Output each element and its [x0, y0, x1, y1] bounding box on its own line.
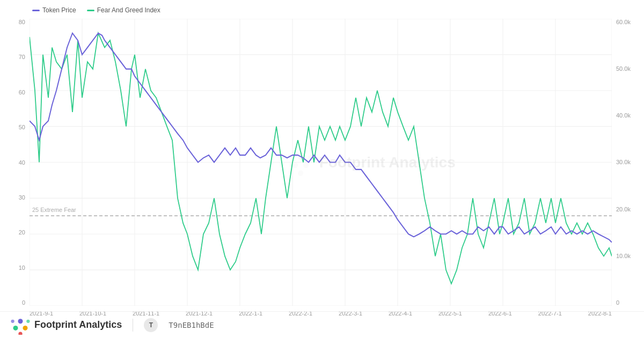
legend-fear-greed-label: Fear And Greed Index	[97, 6, 160, 14]
svg-point-29	[18, 319, 23, 324]
token-price-color-swatch	[32, 10, 40, 11]
token-badge: T	[144, 318, 158, 332]
legend-fear-greed: Fear And Greed Index	[87, 6, 160, 14]
fear-greed-line	[30, 33, 612, 284]
svg-text:25 Extreme Fear: 25 Extreme Fear	[32, 207, 76, 213]
footer-logo: Footprint Analytics	[11, 315, 122, 335]
chart-container: Token Price Fear And Greed Index 80 70 6…	[0, 0, 644, 338]
legend-token-price: Token Price	[32, 6, 76, 14]
footer-divider	[133, 319, 133, 332]
svg-point-32	[18, 332, 22, 334]
y-axis-left: 80 70 60 50 40 30 20 10 0	[0, 19, 30, 306]
svg-point-31	[23, 325, 28, 330]
fear-greed-color-swatch	[87, 10, 94, 11]
chart-area: 25 Extreme Fear Footprint Analytics	[30, 19, 612, 306]
legend-token-price-label: Token Price	[42, 6, 76, 14]
svg-point-34	[26, 319, 30, 322]
token-price-line	[30, 33, 612, 243]
footer: Footprint Analytics T T9nEB1hBdE	[0, 311, 644, 338]
token-id: T9nEB1hBdE	[169, 321, 214, 329]
chart-svg: 25 Extreme Fear	[30, 19, 612, 306]
footer-brand-text: Footprint Analytics	[34, 319, 122, 330]
svg-point-33	[11, 319, 14, 322]
token-initial: T	[149, 321, 153, 329]
y-axis-right: 60.0k 50.0k 40.0k 30.0k 20.0k 10.0k 0	[612, 19, 644, 306]
footprint-logo-icon	[11, 315, 30, 335]
chart-legend: Token Price Fear And Greed Index	[32, 6, 160, 14]
svg-point-30	[13, 325, 18, 330]
